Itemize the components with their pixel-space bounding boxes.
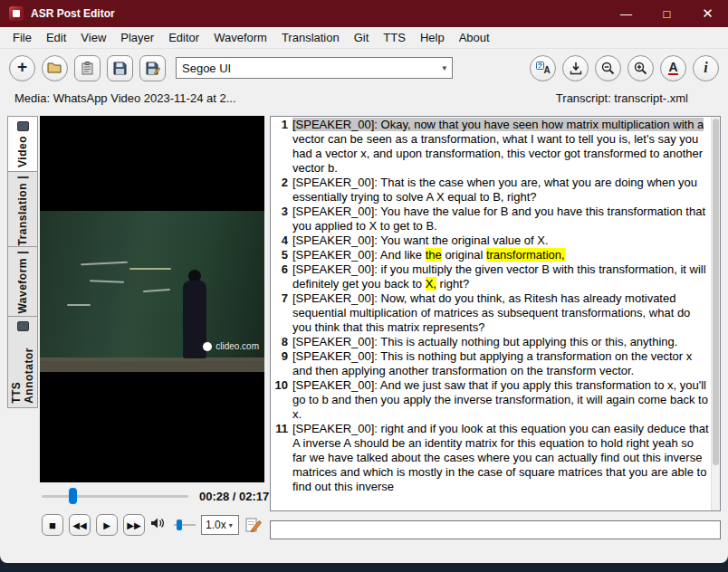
menubar: File Edit View Player Editor Waveform Tr…: [0, 27, 728, 49]
save-as-button[interactable]: [139, 55, 166, 81]
tab-video-label: Video: [16, 136, 29, 167]
zoom-in-button[interactable]: [627, 55, 654, 81]
tab-translation[interactable]: Translation: [7, 171, 38, 247]
waveform-tab-icon: [17, 252, 29, 253]
tab-tts-annotator-label: TTS Annotator: [10, 336, 35, 404]
speed-value: 1.0x: [206, 519, 226, 531]
menu-editor[interactable]: Editor: [161, 28, 206, 47]
maximize-button[interactable]: □: [647, 0, 687, 27]
highlighted-word: X,: [426, 277, 436, 291]
transcript-line[interactable]: 9[SPEAKER_00]: This is nothing but apply…: [273, 349, 709, 378]
menu-player[interactable]: Player: [113, 28, 161, 47]
open-button[interactable]: [42, 55, 68, 81]
play-button[interactable]: ▶: [96, 514, 118, 536]
app-window: ASR Post Editor — □ ✕ File Edit View Pla…: [0, 0, 728, 563]
transcript-line-text[interactable]: [SPEAKER_00]: Now, what do you think, as…: [292, 291, 709, 335]
transcript-scrollbar[interactable]: [711, 117, 720, 510]
zoom-out-button[interactable]: [595, 55, 621, 81]
transcript-line[interactable]: 1[SPEAKER_00]: Okay, now that you have s…: [273, 118, 709, 176]
tab-waveform[interactable]: Waveform: [7, 246, 38, 317]
transcript-line-text[interactable]: [SPEAKER_00]: You want the original valu…: [292, 234, 709, 248]
menu-edit[interactable]: Edit: [39, 28, 73, 47]
font-combo-value: Segoe UI: [182, 62, 231, 75]
translate-button[interactable]: A: [530, 55, 556, 81]
transcript-editor[interactable]: 1[SPEAKER_00]: Okay, now that you have s…: [270, 116, 721, 511]
new-button[interactable]: +: [9, 55, 35, 81]
scrollbar-thumb[interactable]: [713, 119, 719, 465]
transcript-line-number: 3: [273, 205, 292, 234]
transcript-line[interactable]: 3[SPEAKER_00]: You have the value for B …: [273, 205, 709, 234]
menu-help[interactable]: Help: [413, 28, 452, 47]
menu-waveform[interactable]: Waveform: [206, 28, 274, 47]
seek-slider-handle[interactable]: [69, 488, 77, 504]
annotate-button[interactable]: [244, 516, 263, 534]
side-tabstrip: Video Translation Waveform TTS Annotator: [7, 116, 40, 563]
menu-view[interactable]: View: [73, 28, 113, 47]
bottom-input-row: [270, 520, 721, 539]
translation-tab-icon: [17, 176, 29, 178]
save-as-icon: [146, 62, 160, 75]
transcript-line[interactable]: 11[SPEAKER_00]: right and if you look at…: [273, 422, 709, 494]
volume-slider[interactable]: [174, 519, 196, 531]
transcript-line-number: 6: [273, 262, 292, 291]
font-size-button[interactable]: A: [660, 55, 686, 81]
transcript-line-text[interactable]: [SPEAKER_00]: This is nothing but applyi…: [292, 349, 709, 378]
menu-tts[interactable]: TTS: [376, 28, 413, 47]
transcript-line-text[interactable]: [SPEAKER_00]: And like the original tran…: [292, 248, 709, 262]
menu-git[interactable]: Git: [347, 28, 377, 47]
transcript-line[interactable]: 5[SPEAKER_00]: And like the original tra…: [273, 248, 709, 262]
video-tab-icon: [17, 121, 29, 131]
save-button[interactable]: [107, 55, 133, 81]
chalk-mark: [81, 261, 128, 265]
volume-slider-handle[interactable]: [177, 520, 182, 530]
clideo-logo-icon: [203, 342, 212, 351]
transcript-line-number: 2: [273, 176, 292, 205]
video-panel: clideo.com 00:28 / 02:17 ■ ◀◀ ▶ ▶▶: [40, 116, 264, 563]
font-family-combo[interactable]: Segoe UI ▾: [176, 57, 453, 79]
open-folder-icon: [47, 62, 62, 74]
transcript-text-segment: [SPEAKER_00]: And like: [292, 248, 426, 262]
window-title: ASR Post Editor: [31, 7, 115, 20]
download-button[interactable]: [562, 55, 589, 81]
transcript-line-text[interactable]: [SPEAKER_00]: right and if you look at t…: [292, 422, 709, 494]
save-icon: [113, 62, 127, 75]
transcript-line[interactable]: 6[SPEAKER_00]: if you multiply the given…: [273, 262, 709, 291]
seek-row: 00:28 / 02:17: [40, 482, 264, 508]
transcript-line-text[interactable]: [SPEAKER_00]: if you multiply the given …: [292, 262, 709, 291]
seek-track: [42, 495, 188, 498]
playback-controls: ■ ◀◀ ▶ ▶▶ 1.0x ▾: [40, 508, 264, 539]
forward-button[interactable]: ▶▶: [123, 514, 145, 536]
transcript-line[interactable]: 10[SPEAKER_00]: And we just saw that if …: [273, 378, 709, 422]
transcript-line-number: 9: [273, 349, 292, 378]
transcript-line[interactable]: 7[SPEAKER_00]: Now, what do you think, a…: [273, 291, 709, 335]
menu-file[interactable]: File: [5, 28, 39, 47]
minimize-button[interactable]: —: [606, 0, 647, 27]
transcript-line-text[interactable]: [SPEAKER_00]: That is the case when you …: [292, 176, 709, 205]
toolbar: + Segoe UI ▾ A A: [0, 49, 728, 87]
transcript-text-segment: [SPEAKER_00]: right and if you look at t…: [292, 422, 709, 493]
video-player[interactable]: clideo.com: [40, 116, 264, 482]
transcript-line-text[interactable]: [SPEAKER_00]: And we just saw that if yo…: [292, 378, 709, 422]
speed-combo[interactable]: 1.0x ▾: [201, 515, 239, 535]
transcript-line[interactable]: 4[SPEAKER_00]: You want the original val…: [273, 234, 709, 248]
tab-tts-annotator[interactable]: TTS Annotator: [7, 316, 38, 408]
video-watermark: clideo.com: [203, 341, 259, 351]
volume-button[interactable]: [150, 516, 168, 534]
transcript-line[interactable]: 8[SPEAKER_00]: This is actually nothing …: [273, 335, 709, 349]
seek-slider[interactable]: [42, 488, 188, 504]
info-button[interactable]: i: [693, 55, 719, 81]
transcript-line-text[interactable]: [SPEAKER_00]: This is actually nothing b…: [292, 335, 709, 349]
tts-annotator-tab-icon: [17, 321, 29, 331]
transcript-text-segment: [SPEAKER_00]: That is the case when you …: [292, 176, 697, 204]
close-button[interactable]: ✕: [687, 0, 728, 27]
transcript-line-text[interactable]: [SPEAKER_00]: You have the value for B a…: [292, 205, 709, 234]
transcript-line-text[interactable]: [SPEAKER_00]: Okay, now that you have se…: [292, 118, 709, 176]
menu-about[interactable]: About: [452, 28, 497, 47]
stop-button[interactable]: ■: [42, 514, 63, 536]
menu-translation[interactable]: Translation: [274, 28, 347, 47]
tab-video[interactable]: Video: [7, 116, 38, 172]
transcript-line[interactable]: 2[SPEAKER_00]: That is the case when you…: [273, 176, 709, 205]
paste-button[interactable]: [74, 55, 101, 81]
bottom-text-input[interactable]: [270, 520, 721, 539]
rewind-button[interactable]: ◀◀: [69, 514, 91, 536]
